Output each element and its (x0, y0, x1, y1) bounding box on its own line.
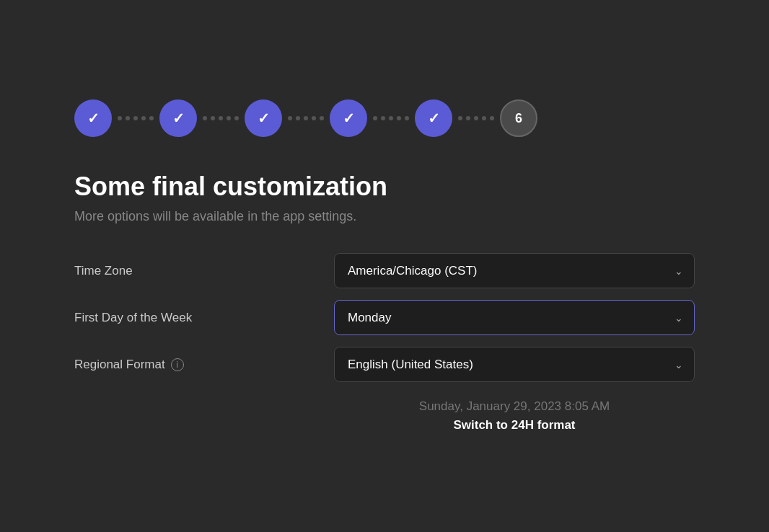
dot (227, 116, 231, 120)
step-1: ✓ (74, 99, 112, 137)
step-6: 6 (500, 99, 537, 137)
dot (211, 116, 215, 120)
dot (288, 116, 292, 120)
checkmark-3: ✓ (258, 110, 270, 127)
checkmark-1: ✓ (87, 110, 100, 127)
content-section: Some final customization More options wi… (74, 172, 695, 224)
dot (219, 116, 223, 120)
dots-4 (373, 116, 409, 120)
first-day-row: First Day of the Week Monday ⌄ (74, 300, 695, 335)
dots-5 (458, 116, 494, 120)
regional-format-select[interactable]: English (United States) (334, 347, 695, 382)
dot (389, 116, 393, 120)
dot (296, 116, 300, 120)
dot (405, 116, 409, 120)
dot (397, 116, 401, 120)
timezone-label: Time Zone (74, 264, 334, 278)
timezone-select-wrapper[interactable]: America/Chicago (CST) ⌄ (334, 253, 695, 288)
customization-form: Time Zone America/Chicago (CST) ⌄ First … (74, 253, 695, 382)
regional-format-row: Regional Format i English (United States… (74, 347, 695, 382)
dot (381, 116, 385, 120)
dot (466, 116, 470, 120)
time-section: Sunday, January 29, 2023 8:05 AM Switch … (74, 399, 695, 433)
step-6-label: 6 (515, 111, 522, 126)
stepper: ✓ ✓ ✓ (74, 99, 695, 137)
dot (312, 116, 316, 120)
dots-1 (118, 116, 154, 120)
first-day-select[interactable]: Monday (334, 300, 695, 335)
page-title: Some final customization (74, 172, 695, 202)
timezone-row: Time Zone America/Chicago (CST) ⌄ (74, 253, 695, 288)
checkmark-4: ✓ (343, 110, 355, 127)
checkmark-2: ✓ (172, 110, 185, 127)
switch-format-button[interactable]: Switch to 24H format (453, 418, 575, 433)
regional-format-select-wrapper[interactable]: English (United States) ⌄ (334, 347, 695, 382)
info-icon[interactable]: i (171, 358, 184, 371)
dot (490, 116, 494, 120)
dot (304, 116, 308, 120)
first-day-select-wrapper[interactable]: Monday ⌄ (334, 300, 695, 335)
timezone-select[interactable]: America/Chicago (CST) (334, 253, 695, 288)
first-day-label: First Day of the Week (74, 311, 334, 325)
dots-2 (203, 116, 239, 120)
dot (474, 116, 478, 120)
dot (234, 116, 239, 120)
dot (458, 116, 462, 120)
checkmark-5: ✓ (428, 110, 440, 127)
dot (149, 116, 154, 120)
step-4: ✓ (330, 99, 367, 137)
dot (203, 116, 207, 120)
time-preview: Sunday, January 29, 2023 8:05 AM (419, 399, 610, 414)
main-container: ✓ ✓ ✓ (31, 71, 738, 461)
dot (118, 116, 122, 120)
step-2: ✓ (159, 99, 197, 137)
dot (133, 116, 138, 120)
dot (373, 116, 377, 120)
dot (141, 116, 146, 120)
page-subtitle: More options will be available in the ap… (74, 209, 695, 224)
step-3: ✓ (245, 99, 282, 137)
regional-format-label: Regional Format i (74, 358, 334, 372)
dot (126, 116, 130, 120)
dots-3 (288, 116, 324, 120)
dot (482, 116, 486, 120)
step-5: ✓ (415, 99, 452, 137)
dot (320, 116, 324, 120)
